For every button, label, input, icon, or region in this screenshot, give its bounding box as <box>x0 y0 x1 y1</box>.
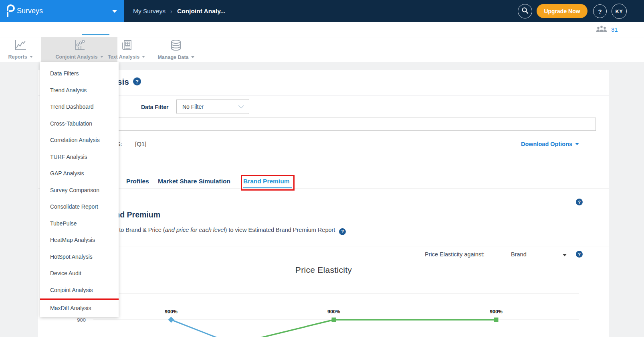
questionpro-logo-icon <box>5 4 16 19</box>
product-switcher[interactable]: Surveys <box>0 0 124 22</box>
data-point-label: 900% <box>478 309 514 315</box>
tab-profiles[interactable]: Profiles <box>126 178 149 185</box>
toolbar-text-analysis[interactable]: Text Analysis <box>103 37 149 62</box>
data-filter-select[interactable]: No Filter <box>176 99 249 114</box>
database-icon <box>169 39 183 53</box>
menu-item-conjoint-analysis[interactable]: Conjoint Analysis <box>40 282 119 299</box>
menu-item-tubepulse[interactable]: TubePulse <box>40 215 119 232</box>
avatar[interactable]: KY <box>612 4 627 19</box>
respondent-count[interactable]: 31 <box>596 25 618 34</box>
conjoint-analysis-dropdown-menu: Data Filters Trend Analysis Trend Dashbo… <box>40 62 119 317</box>
breadcrumb-my-surveys[interactable]: My Surveys <box>133 8 166 15</box>
question-selector-bar[interactable] <box>45 118 596 131</box>
download-options-button[interactable]: Download Options <box>521 141 579 147</box>
menu-item-correlation-analysis[interactable]: Correlation Analysis <box>40 132 119 149</box>
news-doc-icon <box>121 40 133 53</box>
questions-value: [Q1] <box>135 140 146 147</box>
section-help-icon[interactable]: ? <box>576 199 583 205</box>
search-button[interactable] <box>518 4 532 18</box>
menu-item-trend-dashboard[interactable]: Trend Dashboard <box>40 99 119 116</box>
group-icon <box>596 25 608 34</box>
upgrade-now-button[interactable]: Upgrade Now <box>537 4 587 18</box>
line-chart-icon <box>14 40 27 53</box>
y-axis-tick-label: 900 <box>71 317 86 323</box>
toolbar-conjoint-label: Conjoint Analysis <box>55 54 97 60</box>
breadcrumb-current: Conjoint Analy... <box>177 8 226 15</box>
chevron-down-icon[interactable] <box>563 254 567 256</box>
section-divider <box>38 246 609 246</box>
chevron-down-icon <box>112 10 117 13</box>
content-panel <box>38 70 609 337</box>
chevron-down-icon <box>100 56 103 58</box>
note-help-icon[interactable]: ? <box>339 228 346 235</box>
menu-item-hotspot-analysis[interactable]: HotSpot Analysis <box>40 249 119 266</box>
download-options-label: Download Options <box>521 141 572 147</box>
tab-row-border <box>38 189 609 189</box>
scatter-chart-icon <box>73 40 86 53</box>
data-filter-value: No Filter <box>182 104 204 110</box>
note-suffix: ) to view Estimated Brand Premium Report <box>225 227 335 233</box>
chevron-down-icon <box>191 56 194 58</box>
price-elasticity-against-value[interactable]: Brand <box>511 251 527 258</box>
toolbar-manage-data[interactable]: Manage Data <box>153 37 198 62</box>
chevron-down-icon <box>575 143 579 145</box>
elasticity-help-icon[interactable]: ? <box>576 251 583 258</box>
menu-item-device-audit[interactable]: Device Audit <box>40 265 119 282</box>
menu-item-survey-comparison[interactable]: Survey Comparison <box>40 182 119 199</box>
breadcrumb-separator: › <box>170 8 172 14</box>
search-icon <box>521 6 529 16</box>
active-nav-underline <box>82 34 109 35</box>
menu-item-data-filters[interactable]: Data Filters <box>40 65 119 82</box>
menu-item-maxdiff-analysis[interactable]: MaxDiff Analysis <box>40 300 119 317</box>
chevron-down-icon <box>30 56 33 58</box>
chevron-down-icon <box>142 56 145 58</box>
data-point-label: 900% <box>316 309 352 315</box>
toolbar-reports-label: Reports <box>8 54 27 60</box>
menu-item-gap-analysis[interactable]: GAP Analysis <box>40 165 119 182</box>
menu-item-heatmap-analysis[interactable]: HeatMap Analysis <box>40 232 119 249</box>
menu-item-turf-analysis[interactable]: TURF Analysis <box>40 149 119 166</box>
toolbar-manage-data-label: Manage Data <box>157 55 188 60</box>
brand-premium-annotation-box <box>241 175 295 191</box>
chart-title: Price Elasticity <box>38 265 609 275</box>
tab-market-share-simulation[interactable]: Market Share Simulation <box>158 178 230 185</box>
note-italic: and price for each level <box>165 227 225 233</box>
help-button[interactable]: ? <box>593 4 607 18</box>
price-elasticity-against-label: Price Elasticity against: <box>425 251 485 258</box>
product-name: Surveys <box>17 7 43 15</box>
menu-item-trend-analysis[interactable]: Trend Analysis <box>40 82 119 99</box>
toolbar-text-analysis-label: Text Analysis <box>108 54 139 60</box>
toolbar-reports[interactable]: Reports <box>3 37 38 62</box>
breadcrumb: My Surveys › Conjoint Analy... <box>133 0 226 22</box>
data-point-label: 900% <box>153 309 189 315</box>
top-bar: Surveys My Surveys › Conjoint Analy... U… <box>0 0 644 22</box>
chevron-down-icon <box>238 103 244 108</box>
menu-item-consolidate-report[interactable]: Consolidate Report <box>40 199 119 215</box>
title-divider <box>38 95 609 95</box>
data-filter-label: Data Filter <box>141 104 168 110</box>
title-help-icon[interactable]: ? <box>133 77 141 85</box>
menu-item-cross-tabulation[interactable]: Cross-Tabulation <box>40 116 119 132</box>
respondent-count-value: 31 <box>611 26 618 33</box>
